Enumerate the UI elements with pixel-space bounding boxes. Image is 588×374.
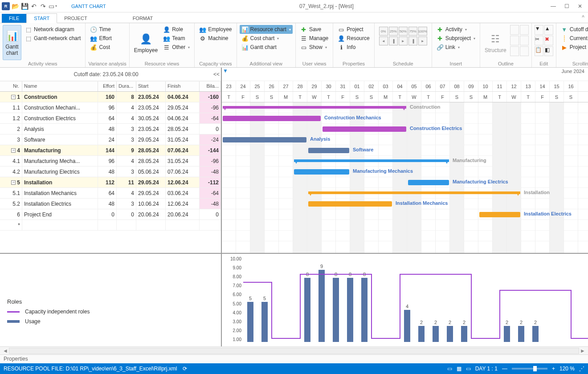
open-icon[interactable]: 📂 xyxy=(11,2,19,10)
filter-icon[interactable]: ▼ xyxy=(535,25,543,35)
resource-props-button[interactable]: 👤Resource xyxy=(336,34,371,43)
collapse-icon[interactable]: − xyxy=(11,180,16,185)
save-icon[interactable]: 💾 xyxy=(20,2,29,10)
cutoff-date-button[interactable]: ▼Cutoff date xyxy=(559,25,588,34)
close-button[interactable]: ✕ xyxy=(574,1,586,12)
maximize-button[interactable]: ☐ xyxy=(560,1,573,12)
time-button[interactable]: 🕒Time xyxy=(88,25,113,34)
status-icon[interactable]: ▭ xyxy=(447,366,452,372)
cut-icon[interactable]: ✂ xyxy=(535,36,543,45)
current-date-button[interactable]: ┊Current date xyxy=(559,34,588,43)
redo-icon[interactable]: ↷ xyxy=(39,2,47,10)
manage-button[interactable]: ☰Manage xyxy=(298,34,330,43)
resize-grip-icon[interactable]: ⋰ xyxy=(579,366,584,372)
zoom-slider[interactable] xyxy=(512,368,547,370)
table-row[interactable]: 5.2 Installation Electrics 48 3 10.06.24… xyxy=(0,199,221,209)
gantt-bar[interactable] xyxy=(308,148,349,153)
gantt-pane: ▼ June 2024 2324252627282930310102030405… xyxy=(222,68,588,253)
table-row[interactable]: −4 Manufacturing 144 9 28.05.24 07.06.24… xyxy=(0,145,221,156)
link-button[interactable]: 🔗Link▾ xyxy=(435,43,477,52)
gantt-bar[interactable] xyxy=(223,116,321,121)
cap-machine-button[interactable]: ⚙Machine xyxy=(197,34,233,43)
gantt-bar[interactable] xyxy=(294,159,449,162)
gantt-bar[interactable] xyxy=(308,191,520,194)
zoom-out-button[interactable]: — xyxy=(502,366,507,372)
cost-chart-button[interactable]: 💰Cost chart▾ xyxy=(240,34,293,43)
table-row[interactable]: −1 Construction 160 8 23.05.24 04.06.24 … xyxy=(0,92,221,102)
minimize-button[interactable]: — xyxy=(547,1,559,12)
tab-project[interactable]: PROJECT xyxy=(57,14,94,23)
col-effort[interactable]: Effort xyxy=(98,81,117,91)
tab-format[interactable]: FORMAT xyxy=(126,14,160,23)
gantt-network-button[interactable]: ⬚Gantt-network chart xyxy=(23,34,82,43)
eraser-icon[interactable]: ◧ xyxy=(544,46,553,56)
tab-start[interactable]: START xyxy=(26,13,57,23)
gantt-bar[interactable] xyxy=(408,180,449,185)
resource-chart-button[interactable]: 📊Resource chart▾ xyxy=(240,25,293,34)
properties-bar[interactable]: Properties xyxy=(0,354,588,363)
gantt-label: Installation Electrics xyxy=(524,211,572,216)
edit-tools[interactable]: ▼✂📋 ▲✖◧ xyxy=(535,25,553,60)
network-diagram-button[interactable]: ⬚Network diagram xyxy=(23,25,82,34)
delete-icon[interactable]: ✖ xyxy=(544,36,553,45)
gantt-bar[interactable] xyxy=(308,201,392,207)
gantt-bar[interactable] xyxy=(223,106,406,109)
horizontal-scrollbar[interactable]: ◄ ► xyxy=(0,346,588,354)
layout-icon[interactable]: ▭▾ xyxy=(49,2,57,10)
table-row[interactable]: 4.1 Manufacturing Mecha... 96 4 28.05.24… xyxy=(0,156,221,167)
col-bal[interactable]: Bila... xyxy=(200,81,221,91)
team-button[interactable]: 👥Team xyxy=(161,34,192,43)
outline-tools[interactable] xyxy=(510,25,529,60)
employee-view-button[interactable]: 👤 Employee xyxy=(132,25,159,60)
cost-button[interactable]: 💰Cost xyxy=(88,43,113,52)
tab-file[interactable]: FILE xyxy=(2,14,26,23)
other-button[interactable]: ☰Other▾ xyxy=(161,43,192,52)
col-name[interactable]: Name xyxy=(22,81,98,91)
col-start[interactable]: Start xyxy=(136,81,166,91)
table-row[interactable]: −5 Installation 112 11 29.05.24 12.06.24… xyxy=(0,177,221,188)
gantt-label: Manufacturing Electrics xyxy=(453,179,508,184)
status-icon[interactable]: ▭ xyxy=(466,366,471,372)
collapse-icon[interactable]: − xyxy=(11,148,16,153)
gantt-bar[interactable] xyxy=(323,126,406,132)
scroll-right-icon[interactable]: ► xyxy=(579,348,586,354)
up-icon[interactable]: ▲ xyxy=(544,25,553,35)
table-row[interactable]: 1.2 Construction Electrics 64 4 30.05.24… xyxy=(0,113,221,124)
scroll-left-icon[interactable]: ◄ xyxy=(2,348,9,354)
schedule-grid[interactable]: 0%25%50%75%100% ◄▐►▐► xyxy=(377,25,429,60)
structure-button[interactable]: ☷ Structure xyxy=(483,25,508,60)
gantt-bar[interactable] xyxy=(294,169,349,175)
table-row[interactable]: * xyxy=(0,220,221,231)
table-row[interactable]: 2 Analysis 48 3 23.05.24 28.05.24 0 xyxy=(0,124,221,134)
table-row[interactable]: 4.2 Manufacturing Electrics 48 3 05.06.2… xyxy=(0,167,221,177)
collapse-ribbon-icon[interactable]: ^ xyxy=(582,14,584,20)
collapse-left-button[interactable]: << xyxy=(212,71,221,77)
zoom-in-button[interactable]: + xyxy=(552,366,555,372)
collapse-icon[interactable]: − xyxy=(11,95,16,99)
project-props-button[interactable]: ▭Project xyxy=(336,25,371,34)
activity-insert-button[interactable]: ✚Activity▾ xyxy=(435,25,477,34)
subproject-button[interactable]: ✚Subproject▾ xyxy=(435,34,477,43)
table-row[interactable]: 6 Project End 0 0 20.06.24 20.06.24 0 xyxy=(0,209,221,220)
refresh-icon[interactable]: ⟳ xyxy=(183,366,187,372)
copy-icon[interactable]: 📋 xyxy=(535,46,543,56)
info-button[interactable]: ℹInfo xyxy=(336,43,371,52)
gantt-chart-button[interactable]: 📊 Gantt chart xyxy=(3,25,21,60)
gantt-bar[interactable] xyxy=(479,212,520,217)
col-finish[interactable]: Finish xyxy=(166,81,200,91)
col-nr[interactable]: Nr. xyxy=(0,81,22,91)
project-start-button[interactable]: ▶Project start▾ xyxy=(559,43,588,52)
cap-employee-button[interactable]: 👥Employee xyxy=(197,25,233,34)
status-icon[interactable]: ▦ xyxy=(457,366,461,372)
resource-chart-pane: Roles Capacity independent roles Usage 1… xyxy=(0,253,588,346)
effort-button[interactable]: 👥Effort xyxy=(88,34,113,43)
table-row[interactable]: 1.1 Construction Mechani... 96 4 23.05.2… xyxy=(0,102,221,113)
col-dur[interactable]: Dura... xyxy=(117,81,136,91)
gantt-bar[interactable] xyxy=(223,137,306,142)
table-row[interactable]: 5.1 Installation Mechanics 64 4 29.05.24… xyxy=(0,188,221,199)
role-button[interactable]: 👤Role xyxy=(161,25,192,34)
save-view-button[interactable]: ✚Save xyxy=(298,25,330,34)
table-row[interactable]: 3 Software 24 3 29.05.24 31.05.24 -24 xyxy=(0,134,221,145)
gantt-body[interactable]: ConstructionConstruction MechanicsConstr… xyxy=(222,102,588,253)
undo-icon[interactable]: ↶ xyxy=(30,2,38,10)
